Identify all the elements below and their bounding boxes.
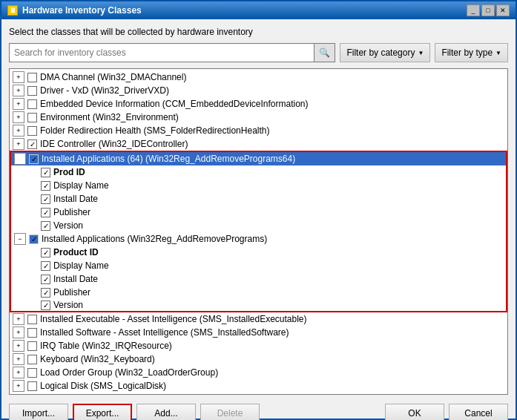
list-item[interactable]: −Installed Applications (Win32Reg_AddRem…: [10, 232, 507, 246]
item-text: Install Date: [53, 194, 98, 204]
item-text: Publisher: [53, 287, 90, 298]
list-item[interactable]: Version: [10, 299, 507, 312]
item-text: Version: [53, 300, 83, 310]
item-text: Publisher: [53, 207, 90, 217]
maximize-button[interactable]: □: [481, 4, 495, 16]
item-checkbox[interactable]: [27, 315, 37, 324]
expand-button[interactable]: +: [13, 85, 24, 96]
expand-button[interactable]: −: [14, 233, 26, 245]
delete-button[interactable]: Delete: [200, 404, 260, 420]
expand-button[interactable]: +: [13, 138, 24, 150]
list-item[interactable]: Version: [10, 219, 507, 232]
minimize-button[interactable]: _: [467, 4, 480, 16]
item-checkbox[interactable]: [41, 301, 50, 310]
item-checkbox[interactable]: [27, 140, 37, 149]
item-checkbox[interactable]: [27, 86, 37, 96]
list-item[interactable]: Display Name: [10, 259, 507, 272]
list-inner: +DMA Channel (Win32_DMAChannel)+Driver -…: [10, 69, 507, 394]
list-item[interactable]: +Environment (Win32_Environment): [10, 111, 507, 124]
item-checkbox[interactable]: [27, 73, 37, 82]
window: 🖥 Hardware Inventory Classes _ □ ✕ Selec…: [0, 0, 517, 420]
expand-button[interactable]: +: [13, 353, 24, 365]
cancel-button[interactable]: Cancel: [449, 404, 508, 420]
item-text: Display Name: [53, 260, 109, 271]
expand-button[interactable]: +: [13, 313, 24, 325]
item-text: Embedded Device Information (CCM_Embedde…: [40, 99, 309, 109]
list-item[interactable]: +Logical Disk (SMS_LogicalDisk): [10, 379, 507, 393]
item-checkbox[interactable]: [27, 113, 37, 122]
list-item[interactable]: Prod ID: [10, 165, 507, 179]
item-text: Driver - VxD (Win32_DriverVXD): [40, 85, 169, 96]
list-item[interactable]: +Keyboard (Win32_Keyboard): [10, 352, 507, 366]
filter-type-label: Filter by type: [441, 47, 493, 58]
list-item[interactable]: +Installed Software - Asset Intelligence…: [10, 326, 507, 339]
list-item[interactable]: Publisher: [10, 286, 507, 299]
expand-button[interactable]: +: [13, 71, 24, 83]
item-text: Installed Executable - Asset Intelligenc…: [40, 314, 307, 324]
close-button[interactable]: ✕: [496, 4, 510, 16]
ok-cancel-buttons: OK Cancel: [385, 404, 508, 420]
list-item[interactable]: +Folder Redirection Health (SMS_FolderRe…: [10, 124, 507, 137]
expand-button[interactable]: +: [13, 125, 24, 137]
item-text: Prod ID: [53, 167, 85, 177]
inventory-list[interactable]: +DMA Channel (Win32_DMAChannel)+Driver -…: [9, 68, 508, 395]
item-checkbox[interactable]: [27, 381, 37, 391]
item-checkbox[interactable]: [27, 99, 37, 109]
list-item[interactable]: +Embedded Device Information (CCM_Embedd…: [10, 97, 507, 111]
list-item[interactable]: +IRQ Table (Win32_IRQResource): [10, 339, 507, 352]
expand-button[interactable]: −: [14, 153, 26, 165]
toolbar: 🔍 Filter by category ▼ Filter by type ▼: [9, 43, 508, 62]
item-text: IRQ Table (Win32_IRQResource): [40, 341, 172, 351]
ok-button[interactable]: OK: [385, 404, 444, 420]
list-item[interactable]: −Installed Applications (64) (Win32Reg_A…: [10, 151, 507, 165]
expand-button[interactable]: +: [13, 367, 24, 378]
item-checkbox[interactable]: [41, 208, 50, 217]
list-item[interactable]: Product ID: [10, 246, 507, 259]
list-item[interactable]: +DMA Channel (Win32_DMAChannel): [10, 70, 507, 84]
expand-button[interactable]: +: [13, 380, 24, 392]
item-checkbox[interactable]: [27, 341, 37, 351]
item-text: Installed Applications (64) (Win32Reg_Ad…: [42, 154, 295, 164]
title-controls: _ □ ✕: [467, 4, 510, 16]
export-button[interactable]: Export...: [73, 404, 132, 420]
add-button[interactable]: Add...: [136, 404, 196, 420]
list-item[interactable]: +IDE Controller (Win32_IDEController): [10, 137, 507, 151]
item-text: Display Name: [53, 180, 109, 191]
item-checkbox[interactable]: [27, 328, 37, 338]
filter-by-category-button[interactable]: Filter by category ▼: [340, 43, 430, 62]
expand-button[interactable]: +: [13, 327, 24, 338]
item-checkbox[interactable]: [41, 194, 50, 204]
item-checkbox[interactable]: [41, 181, 50, 191]
bottom-buttons: Import... Export... Add... Delete OK Can…: [9, 401, 508, 420]
search-input[interactable]: [10, 44, 314, 62]
item-checkbox[interactable]: [27, 368, 37, 378]
item-text: Environment (Win32_Environment): [40, 112, 179, 122]
import-button[interactable]: Import...: [9, 404, 68, 420]
list-item[interactable]: Display Name: [10, 179, 507, 192]
search-box: 🔍: [9, 43, 335, 62]
expand-button[interactable]: +: [13, 111, 24, 123]
item-checkbox[interactable]: [29, 234, 39, 244]
item-text: Installed Software - Asset Intelligence …: [40, 327, 289, 338]
item-checkbox[interactable]: [27, 126, 37, 136]
item-checkbox[interactable]: [41, 288, 50, 298]
list-item[interactable]: Publisher: [10, 206, 507, 219]
list-item[interactable]: Install Date: [10, 192, 507, 206]
filter-category-arrow: ▼: [418, 50, 424, 56]
item-checkbox[interactable]: [27, 355, 37, 364]
list-item[interactable]: +Installed Executable - Asset Intelligen…: [10, 312, 507, 326]
expand-button[interactable]: +: [13, 340, 24, 352]
filter-by-type-button[interactable]: Filter by type ▼: [435, 43, 508, 62]
expand-button[interactable]: +: [13, 98, 24, 110]
list-item[interactable]: Install Date: [10, 272, 507, 286]
description-text: Select the classes that will be collecte…: [9, 27, 508, 37]
list-item[interactable]: +Driver - VxD (Win32_DriverVXD): [10, 84, 507, 97]
item-checkbox[interactable]: [41, 275, 50, 284]
list-item[interactable]: +Load Order Group (Win32_LoadOrderGroup): [10, 366, 507, 379]
search-button[interactable]: 🔍: [314, 44, 335, 62]
item-checkbox[interactable]: [41, 248, 50, 257]
item-checkbox[interactable]: [41, 221, 50, 231]
item-checkbox[interactable]: [29, 154, 39, 164]
item-checkbox[interactable]: [41, 168, 50, 177]
item-checkbox[interactable]: [41, 261, 50, 271]
